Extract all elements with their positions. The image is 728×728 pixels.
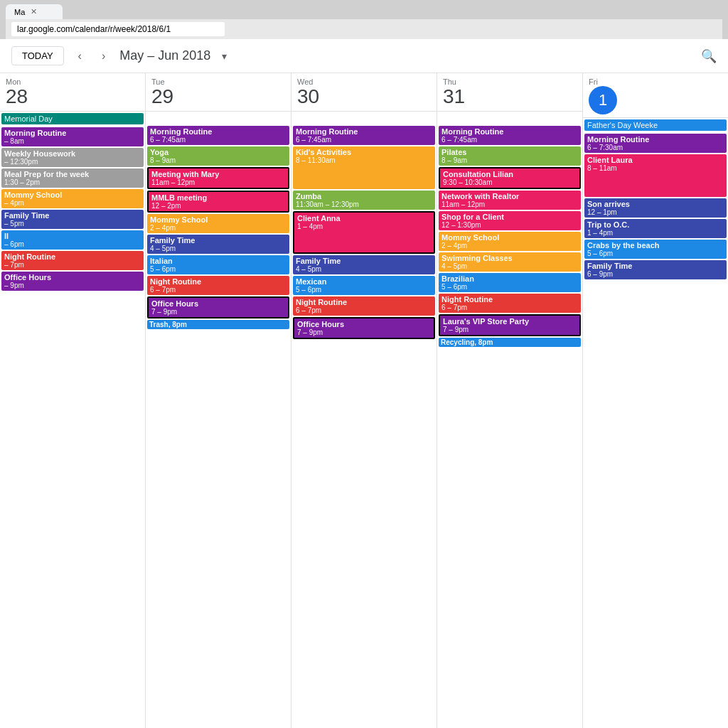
title-dropdown-arrow[interactable]: ▾: [222, 50, 227, 62]
calendar-event[interactable]: Night Routine6 – 7pm: [293, 296, 435, 316]
calendar-event[interactable]: Office Hours7 – 9pm: [293, 317, 435, 339]
calendar-event[interactable]: Mexican5 – 6pm: [293, 276, 435, 295]
calendar-event[interactable]: Morning Routine6 – 7:45am: [293, 126, 435, 145]
calendar-event[interactable]: Night Routine6 – 7pm: [147, 276, 289, 295]
calendar-event[interactable]: MMLB meeting12 – 2pm: [147, 191, 289, 213]
browser-tab[interactable]: Ma ✕: [6, 4, 63, 19]
calendar-event[interactable]: Night Routine– 7pm: [1, 251, 144, 270]
calendar-event[interactable]: Night Routine6 – 7pm: [439, 294, 581, 313]
address-bar: [6, 19, 722, 39]
day-col-thu: Thu 31 Morning Routine6 – 7:45amPilates8…: [437, 73, 583, 728]
calendar-event[interactable]: Family Time4 – 5pm: [147, 235, 289, 254]
calendar-event[interactable]: Son arrives12 – 1pm: [584, 198, 727, 218]
day-number[interactable]: 31: [443, 86, 577, 108]
calendar-event[interactable]: Family Time– 5pm: [1, 210, 144, 229]
calendar-event[interactable]: Client Anna1 – 4pm: [293, 211, 435, 254]
day-col-mon: Mon 28 Memorial DayMorning Routine– 8amW…: [0, 73, 146, 728]
calendar-wrapper: Mon 28 Memorial DayMorning Routine– 8amW…: [0, 73, 728, 728]
calendar-event[interactable]: Consultation Lilian9:30 – 10:30am: [439, 167, 581, 189]
calendar-event[interactable]: Morning Routine6 – 7:45am: [147, 126, 289, 145]
tab-close-icon[interactable]: ✕: [31, 7, 37, 16]
day-header: Thu 31: [437, 73, 582, 112]
day-header: Wed 30: [291, 73, 437, 112]
calendar-event[interactable]: Weekly Housework– 12:30pm: [1, 148, 144, 167]
calendar-event[interactable]: Trip to O.C.1 – 4pm: [584, 219, 727, 238]
calendar-event[interactable]: Italian5 – 6pm: [147, 255, 289, 274]
day-number[interactable]: 29: [151, 86, 285, 108]
calendar-event[interactable]: Laura's VIP Store Party7 – 9pm: [439, 314, 581, 336]
day-header: Fri 1: [583, 73, 728, 118]
search-icon[interactable]: 🔍: [701, 48, 717, 64]
calendar-title: May – Jun 2018: [119, 48, 210, 63]
calendar-event[interactable]: Family Time6 – 9pm: [584, 260, 727, 279]
calendar-event[interactable]: Meal Prep for the week1:30 – 2pm: [1, 168, 144, 188]
calendar-event[interactable]: Shop for a Client12 – 1:30pm: [439, 211, 581, 230]
day-col-tue: Tue 29 Morning Routine6 – 7:45amYoga8 – …: [146, 73, 291, 728]
calendar-event[interactable]: Recycling, 8pm: [439, 338, 581, 347]
day-header: Tue 29: [146, 73, 291, 112]
calendar-event[interactable]: Office Hours– 9pm: [1, 272, 144, 291]
day-number[interactable]: 1: [589, 86, 617, 114]
calendar-event[interactable]: Meeting with Mary11am – 12pm: [147, 167, 289, 189]
calendar-header: TODAY ‹ › May – Jun 2018 ▾ 🔍: [0, 39, 728, 73]
calendar-event[interactable]: Zumba11:30am – 12:30pm: [293, 191, 435, 210]
day-header: Mon 28: [0, 73, 145, 112]
allday-event[interactable]: Father's Day Weeke: [584, 119, 727, 131]
allday-event[interactable]: Memorial Day: [1, 113, 144, 124]
events-container: Morning Routine6 – 7:45amPilates8 – 9amC…: [437, 124, 582, 348]
day-col-wed: Wed 30 Morning Routine6 – 7:45amKid's Ac…: [291, 73, 437, 728]
next-button[interactable]: ›: [96, 47, 111, 65]
events-container: Morning Routine6 – 7:45amYoga8 – 9amMeet…: [146, 124, 291, 331]
calendar-event[interactable]: Yoga8 – 9am: [147, 146, 289, 166]
calendar-event[interactable]: Network with Realtor11am – 12pm: [439, 191, 581, 210]
tab-label: Ma: [14, 8, 25, 16]
calendar-event[interactable]: Family Time4 – 5pm: [293, 255, 435, 274]
calendar-event[interactable]: Mommy School– 4pm: [1, 189, 144, 208]
calendar-event[interactable]: Mommy School2 – 4pm: [147, 214, 289, 233]
address-input[interactable]: [11, 22, 225, 36]
events-container: Morning Routine– 8amWeekly Housework– 12…: [0, 126, 145, 292]
day-col-fri: Fri 1 Father's Day WeekeMorning Routine6…: [583, 73, 728, 728]
calendar-event[interactable]: Il– 6pm: [1, 230, 144, 250]
browser-chrome: Ma ✕: [0, 0, 728, 39]
calendar-event[interactable]: Swimming Classes4 – 5pm: [439, 252, 581, 272]
calendar-event[interactable]: Brazilian5 – 6pm: [439, 273, 581, 292]
calendar-event[interactable]: Pilates8 – 9am: [439, 146, 581, 166]
prev-button[interactable]: ‹: [73, 47, 87, 65]
calendar-grid: Mon 28 Memorial DayMorning Routine– 8amW…: [0, 73, 728, 728]
calendar-event[interactable]: Morning Routine6 – 7:30am: [584, 134, 727, 153]
day-number[interactable]: 30: [297, 86, 431, 108]
calendar-event[interactable]: Crabs by the beach5 – 6pm: [584, 240, 727, 259]
calendar-event[interactable]: Morning Routine6 – 7:45am: [439, 126, 581, 145]
events-container: Morning Routine6 – 7:45amKid's Activitie…: [291, 124, 437, 341]
calendar-event[interactable]: Morning Routine– 8am: [1, 127, 144, 146]
day-name: Fri: [589, 77, 722, 86]
day-number[interactable]: 28: [6, 86, 139, 108]
today-button[interactable]: TODAY: [11, 46, 64, 65]
calendar-event[interactable]: Kid's Activities8 – 11:30am: [293, 146, 435, 189]
browser-tabs: Ma ✕: [6, 4, 722, 19]
calendar-event[interactable]: Office Hours7 – 9pm: [147, 296, 289, 318]
calendar-event[interactable]: Client Laura8 – 11am: [584, 154, 727, 197]
events-container: Morning Routine6 – 7:30amClient Laura8 –…: [583, 132, 728, 281]
calendar-event[interactable]: Mommy School2 – 4pm: [439, 232, 581, 251]
calendar-event[interactable]: Trash, 8pm: [147, 320, 289, 329]
